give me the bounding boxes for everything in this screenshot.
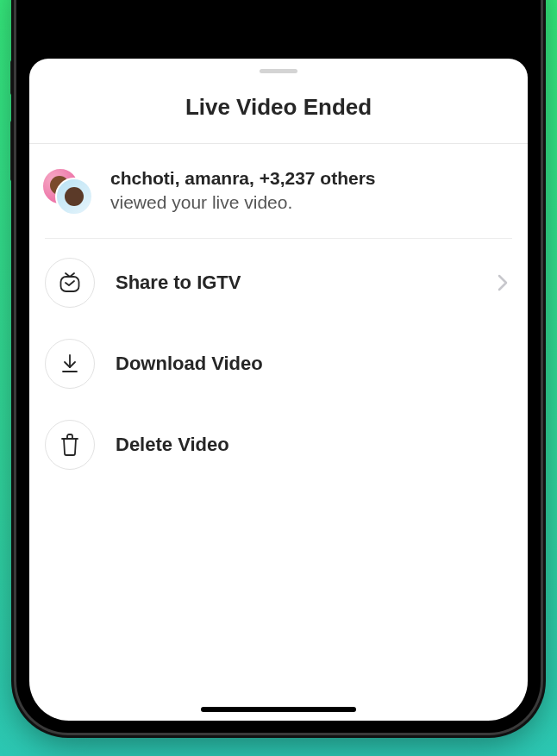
trash-icon bbox=[45, 420, 95, 470]
viewers-row[interactable]: chchoti, amanra, +3,237 others viewed yo… bbox=[29, 144, 528, 238]
phone-side-button bbox=[541, 95, 546, 198]
viewers-text: chchoti, amanra, +3,237 others viewed yo… bbox=[110, 166, 376, 216]
avatar bbox=[55, 178, 93, 216]
sheet-grabber[interactable] bbox=[260, 69, 297, 73]
phone-frame: Live Video Ended chchoti, amanra, +3,237… bbox=[16, 0, 541, 733]
viewers-names: chchoti, amanra, +3,237 others bbox=[110, 166, 376, 191]
phone-side-button bbox=[10, 60, 15, 95]
chevron-right-icon bbox=[497, 273, 509, 292]
action-label: Download Video bbox=[116, 353, 509, 375]
download-icon bbox=[45, 339, 95, 389]
viewer-avatars bbox=[41, 167, 93, 214]
action-label: Delete Video bbox=[116, 434, 509, 456]
viewers-subtext: viewed your live video. bbox=[110, 191, 376, 215]
actions-list: Share to IGTV bbox=[29, 239, 528, 485]
action-label: Share to IGTV bbox=[116, 272, 497, 294]
share-to-igtv-button[interactable]: Share to IGTV bbox=[38, 242, 519, 323]
app-background: Live Video Ended chchoti, amanra, +3,237… bbox=[0, 0, 557, 756]
download-video-button[interactable]: Download Video bbox=[38, 323, 519, 404]
sheet-title: Live Video Ended bbox=[29, 94, 528, 121]
home-indicator[interactable] bbox=[201, 707, 356, 712]
phone-screen: Live Video Ended chchoti, amanra, +3,237… bbox=[29, 0, 528, 721]
delete-video-button[interactable]: Delete Video bbox=[38, 404, 519, 485]
phone-side-button bbox=[10, 121, 15, 181]
phone-notch bbox=[184, 0, 373, 42]
igtv-icon bbox=[45, 258, 95, 308]
bottom-sheet: Live Video Ended chchoti, amanra, +3,237… bbox=[29, 59, 528, 721]
